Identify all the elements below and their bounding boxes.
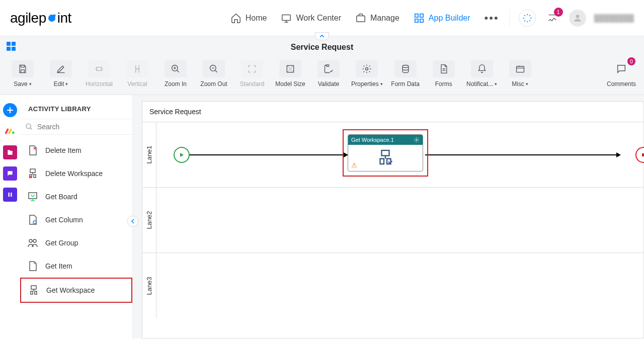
group-icon — [26, 236, 39, 249]
svg-point-21 — [12, 132, 14, 134]
lib-item-label: Delete Workspace — [45, 169, 103, 178]
svg-rect-25 — [30, 169, 35, 173]
lib-item-get-workspace[interactable]: Get Workspace — [20, 278, 132, 303]
svg-point-27 — [33, 221, 36, 224]
lane-label: Lane2 — [145, 211, 153, 229]
svg-point-1 — [53, 14, 55, 17]
svg-rect-30 — [31, 286, 36, 289]
tool-standard[interactable]: Standard — [236, 60, 268, 88]
notifications-badge: 1 — [554, 8, 563, 17]
svg-rect-9 — [7, 42, 11, 46]
nav-manage[interactable]: Manage — [355, 13, 399, 24]
tool-notifications[interactable]: Notificat...▾ — [466, 60, 498, 88]
svg-rect-2 — [282, 15, 291, 20]
start-node[interactable] — [174, 147, 190, 163]
lib-item-get-group[interactable]: Get Group — [20, 231, 132, 254]
gear-icon[interactable] — [414, 137, 420, 143]
svg-rect-26 — [29, 193, 37, 199]
page-title: Service Request — [291, 43, 354, 52]
warning-icon: ⚠ — [351, 161, 357, 169]
tool-form-data[interactable]: Form Data — [390, 60, 421, 88]
activity-get-workspace[interactable]: Get Workspace.1 ⚠ — [348, 134, 423, 172]
svg-rect-23 — [11, 193, 12, 197]
tool-zoom-in[interactable]: Zoom In — [160, 60, 191, 88]
lib-item-label: Get Column — [45, 216, 83, 224]
tool-horizontal[interactable]: Horizontal — [84, 60, 115, 88]
collapse-header-button[interactable] — [315, 32, 329, 40]
column-icon — [26, 213, 39, 226]
canvas-title: Service Request — [142, 102, 643, 122]
svg-point-24 — [26, 124, 31, 128]
svg-rect-7 — [420, 19, 423, 22]
lib-item-label: Get Item — [45, 262, 72, 270]
tool-vertical[interactable]: Vertical — [122, 60, 153, 88]
svg-rect-33 — [642, 153, 644, 156]
tool-model-size[interactable]: Model Size — [275, 60, 306, 88]
item-icon — [26, 260, 39, 273]
board-icon — [26, 190, 39, 203]
svg-rect-6 — [415, 19, 418, 22]
lib-item-label: Get Group — [45, 239, 78, 247]
svg-rect-20 — [516, 66, 524, 72]
tool-misc[interactable]: Misc▾ — [505, 60, 536, 88]
nav-app-builder[interactable]: App Builder — [414, 13, 470, 24]
process-canvas[interactable]: Service Request Lane1 — [142, 101, 644, 338]
svg-rect-4 — [415, 14, 418, 17]
nav-home[interactable]: Home — [230, 13, 267, 24]
tool-save[interactable]: Save▾ — [7, 60, 38, 88]
lane-label: Lane1 — [145, 145, 153, 163]
lib-item-label: Get Workspace — [46, 286, 95, 294]
svg-point-18 — [366, 68, 368, 70]
activity-title: Get Workspace.1 — [351, 137, 394, 143]
leftbar-pause[interactable] — [3, 188, 17, 202]
tool-validate[interactable]: Validate — [313, 60, 344, 88]
file-delete-icon — [26, 144, 39, 157]
lib-item-label: Get Board — [45, 193, 77, 201]
lib-item-get-item[interactable]: Get Item — [20, 254, 132, 278]
svg-rect-12 — [12, 47, 16, 51]
search-icon — [25, 122, 33, 131]
svg-rect-3 — [357, 16, 365, 22]
search-input[interactable] — [37, 123, 127, 131]
sidebar-title: ACTIVITY LIBRARY — [20, 95, 132, 119]
sidebar-collapse-button[interactable] — [127, 216, 138, 227]
svg-rect-13 — [97, 67, 102, 71]
lib-item-delete-workspace[interactable]: Delete Workspace — [20, 162, 132, 185]
leftbar-chat[interactable] — [3, 166, 17, 181]
svg-point-19 — [403, 65, 409, 68]
nav-work-center[interactable]: Work Center — [281, 13, 341, 24]
brand-logo: agilepint — [10, 10, 71, 26]
lib-item-delete-item[interactable]: Delete Item — [20, 139, 132, 162]
username: ████████ — [594, 14, 634, 22]
workspace-delete-icon — [26, 167, 39, 180]
notifications-icon[interactable]: 1 — [544, 10, 561, 27]
avatar[interactable] — [569, 10, 586, 27]
leftbar-files[interactable] — [3, 145, 17, 159]
svg-point-31 — [416, 139, 418, 141]
lib-item-get-column[interactable]: Get Column — [20, 208, 132, 231]
workspace-icon — [376, 149, 394, 167]
svg-rect-17 — [327, 65, 329, 66]
svg-point-29 — [33, 239, 36, 242]
apps-grid-icon[interactable] — [5, 40, 17, 52]
leftbar-add[interactable] — [3, 103, 17, 117]
lib-item-label: Delete Item — [45, 146, 82, 154]
tool-comments[interactable]: 0 Comments — [606, 60, 637, 88]
lib-item-get-board[interactable]: Get Board — [20, 185, 132, 208]
tool-properties[interactable]: Properties▾ — [351, 60, 383, 88]
ai-assistant-icon[interactable] — [519, 10, 536, 27]
svg-rect-5 — [420, 14, 423, 17]
search-input-wrap[interactable] — [20, 119, 132, 135]
end-node[interactable] — [635, 147, 644, 163]
comments-badge: 0 — [627, 57, 635, 65]
leftbar-monday-icon[interactable] — [3, 124, 17, 138]
tool-edit[interactable]: Edit▾ — [45, 60, 76, 88]
svg-rect-10 — [12, 42, 16, 46]
tool-zoom-out[interactable]: Zoom Out — [198, 60, 229, 88]
svg-rect-32 — [382, 150, 389, 156]
nav-more[interactable]: ••• — [485, 12, 499, 25]
svg-rect-22 — [9, 193, 10, 197]
workspace-icon — [27, 284, 40, 297]
tool-forms[interactable]: Forms — [428, 60, 459, 88]
svg-rect-11 — [7, 47, 11, 51]
